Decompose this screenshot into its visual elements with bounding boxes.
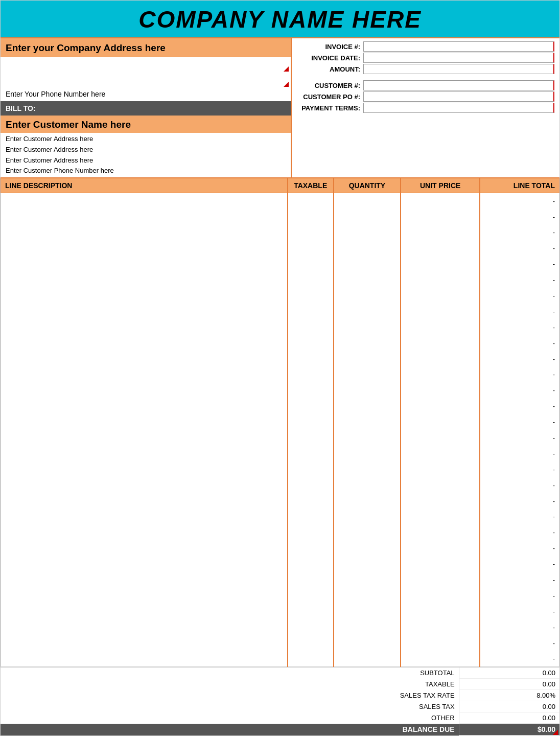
cell-line-total[interactable]: - [480, 304, 559, 319]
cell-description[interactable] [1, 319, 288, 335]
cell-line-total[interactable]: - [480, 477, 559, 493]
cell-quantity[interactable] [334, 446, 401, 462]
cell-unit-price[interactable] [401, 493, 480, 509]
cell-unit-price[interactable] [401, 335, 480, 351]
cell-unit-price[interactable] [401, 635, 480, 651]
customer-addr-4[interactable]: Enter Customer Phone Number here [6, 166, 286, 176]
cell-description[interactable] [1, 398, 288, 414]
cell-line-total[interactable]: - [480, 224, 559, 240]
table-row[interactable]: - [1, 493, 559, 509]
table-row[interactable]: - [1, 366, 559, 382]
table-row[interactable]: - [1, 382, 559, 398]
cell-quantity[interactable] [334, 272, 401, 288]
cell-description[interactable] [1, 604, 288, 619]
cell-quantity[interactable] [334, 193, 401, 209]
cell-taxable[interactable] [288, 635, 334, 651]
cell-quantity[interactable] [334, 209, 401, 225]
table-row[interactable]: - [1, 256, 559, 272]
cell-unit-price[interactable] [401, 619, 480, 635]
cell-line-total[interactable]: - [480, 588, 559, 604]
cell-unit-price[interactable] [401, 382, 480, 398]
cell-quantity[interactable] [334, 604, 401, 619]
cell-unit-price[interactable] [401, 430, 480, 446]
cell-taxable[interactable] [288, 256, 334, 272]
cell-line-total[interactable]: - [480, 256, 559, 272]
cell-quantity[interactable] [334, 509, 401, 525]
cell-unit-price[interactable] [401, 462, 480, 477]
cell-quantity[interactable] [334, 335, 401, 351]
cell-description[interactable] [1, 509, 288, 525]
cell-quantity[interactable] [334, 382, 401, 398]
cell-description[interactable] [1, 556, 288, 572]
cell-description[interactable] [1, 572, 288, 588]
cell-line-total[interactable]: - [480, 414, 559, 430]
table-row[interactable]: - [1, 224, 559, 240]
cell-description[interactable] [1, 256, 288, 272]
cell-line-total[interactable]: - [480, 240, 559, 256]
cell-taxable[interactable] [288, 556, 334, 572]
cell-taxable[interactable] [288, 335, 334, 351]
cell-description[interactable] [1, 335, 288, 351]
other-value[interactable]: 0.00 [459, 712, 559, 724]
cell-quantity[interactable] [334, 430, 401, 446]
table-row[interactable]: - [1, 524, 559, 540]
payment-terms-input[interactable] [363, 103, 554, 113]
cell-taxable[interactable] [288, 462, 334, 477]
taxable-value[interactable]: 0.00 [459, 679, 559, 690]
cell-taxable[interactable] [288, 304, 334, 319]
cell-unit-price[interactable] [401, 540, 480, 556]
table-row[interactable]: - [1, 398, 559, 414]
cell-quantity[interactable] [334, 588, 401, 604]
cell-unit-price[interactable] [401, 193, 480, 209]
subtotal-value[interactable]: 0.00 [459, 668, 559, 679]
cell-line-total[interactable]: - [480, 430, 559, 446]
table-row[interactable]: - [1, 572, 559, 588]
cell-line-total[interactable]: - [480, 651, 559, 667]
table-row[interactable]: - [1, 351, 559, 367]
cell-description[interactable] [1, 588, 288, 604]
cell-description[interactable] [1, 366, 288, 382]
cell-unit-price[interactable] [401, 224, 480, 240]
cell-line-total[interactable]: - [480, 272, 559, 288]
cell-taxable[interactable] [288, 209, 334, 225]
cell-taxable[interactable] [288, 430, 334, 446]
table-row[interactable]: - [1, 509, 559, 525]
cell-unit-price[interactable] [401, 304, 480, 319]
cell-quantity[interactable] [334, 462, 401, 477]
cell-taxable[interactable] [288, 366, 334, 382]
cell-quantity[interactable] [334, 635, 401, 651]
cell-unit-price[interactable] [401, 366, 480, 382]
cell-quantity[interactable] [334, 619, 401, 635]
cell-description[interactable] [1, 193, 288, 209]
cell-taxable[interactable] [288, 351, 334, 367]
cell-taxable[interactable] [288, 382, 334, 398]
cell-quantity[interactable] [334, 414, 401, 430]
phone-line[interactable]: Enter Your Phone Number here [1, 88, 291, 101]
cell-unit-price[interactable] [401, 351, 480, 367]
cell-taxable[interactable] [288, 240, 334, 256]
table-row[interactable]: - [1, 540, 559, 556]
cell-line-total[interactable]: - [480, 509, 559, 525]
table-row[interactable]: - [1, 193, 559, 209]
balance-due-value[interactable]: $0.00 [459, 724, 559, 735]
cell-unit-price[interactable] [401, 256, 480, 272]
cell-description[interactable] [1, 446, 288, 462]
cell-line-total[interactable]: - [480, 556, 559, 572]
cell-unit-price[interactable] [401, 398, 480, 414]
cell-taxable[interactable] [288, 477, 334, 493]
table-row[interactable]: - [1, 635, 559, 651]
cell-quantity[interactable] [334, 524, 401, 540]
cell-quantity[interactable] [334, 477, 401, 493]
cell-description[interactable] [1, 209, 288, 225]
customer-num-input[interactable] [363, 80, 554, 90]
cell-line-total[interactable]: - [480, 335, 559, 351]
cell-taxable[interactable] [288, 446, 334, 462]
table-row[interactable]: - [1, 304, 559, 319]
table-row[interactable]: - [1, 319, 559, 335]
cell-quantity[interactable] [334, 240, 401, 256]
cell-quantity[interactable] [334, 651, 401, 667]
cell-description[interactable] [1, 493, 288, 509]
customer-addr-1[interactable]: Enter Customer Address here [6, 134, 286, 145]
cell-line-total[interactable]: - [480, 619, 559, 635]
cell-line-total[interactable]: - [480, 382, 559, 398]
